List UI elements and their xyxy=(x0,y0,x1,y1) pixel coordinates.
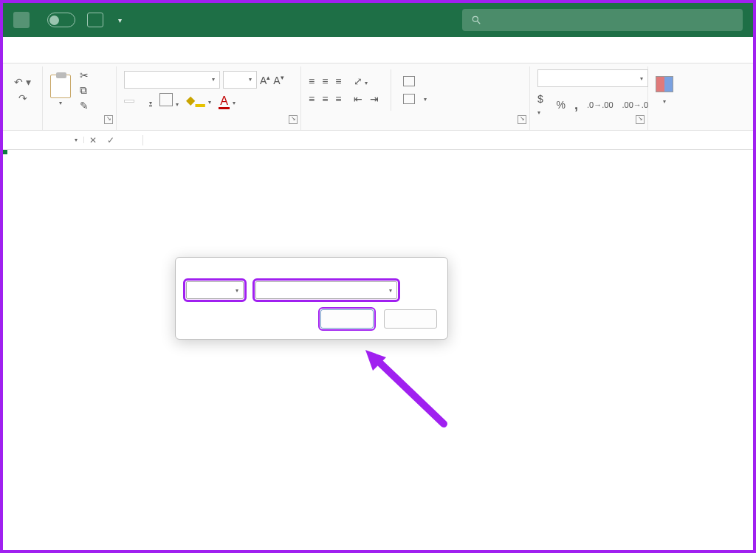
align-left-icon[interactable]: ≡ xyxy=(309,93,315,105)
title-bar: ▾ xyxy=(3,3,753,37)
conditional-formatting-button[interactable]: ▾ xyxy=(656,76,673,105)
chevron-down-icon: ▾ xyxy=(118,16,122,24)
fill-handle[interactable] xyxy=(3,150,7,154)
wrap-text-icon xyxy=(403,76,415,86)
number-format-combo[interactable]: ▾ xyxy=(537,69,648,87)
paste-icon xyxy=(50,75,71,98)
toggle-switch[interactable] xyxy=(47,13,75,27)
svg-line-3 xyxy=(377,360,444,424)
toggle-knob xyxy=(49,16,59,25)
wrap-text-button[interactable] xyxy=(403,76,427,86)
orientation-icon[interactable]: ⤢ ▾ xyxy=(354,75,368,87)
format-painter-icon[interactable]: ✎ xyxy=(80,100,89,111)
increase-indent-icon[interactable]: ⇥ xyxy=(370,93,379,105)
border-button[interactable]: ▾ xyxy=(159,93,179,109)
annotation-arrow xyxy=(362,350,458,442)
fill-color-button[interactable]: ◆▬ ▾ xyxy=(186,93,211,109)
search-input[interactable] xyxy=(462,9,743,31)
search-icon xyxy=(471,15,481,25)
enter-formula-icon[interactable]: ✓ xyxy=(107,135,114,145)
underline-button[interactable]: ▾ xyxy=(149,95,152,108)
align-bottom-icon[interactable]: ≡ xyxy=(335,75,341,87)
dialog-launcher-icon[interactable]: ↘ xyxy=(518,115,526,124)
increase-font-icon[interactable]: A▴ xyxy=(260,74,270,86)
save-icon[interactable] xyxy=(87,13,103,27)
align-middle-icon[interactable]: ≡ xyxy=(322,75,328,87)
increase-decimal-icon[interactable]: .0→.00 xyxy=(587,100,613,109)
svg-line-1 xyxy=(478,21,481,24)
cancel-button[interactable] xyxy=(384,309,437,329)
paste-button[interactable]: ▾ xyxy=(50,75,71,106)
merge-center-button[interactable]: ▾ xyxy=(403,94,427,104)
format-style-select[interactable]: ▾ xyxy=(255,281,397,299)
dialog-launcher-icon[interactable]: ↘ xyxy=(289,115,298,124)
align-center-icon[interactable]: ≡ xyxy=(322,93,328,105)
accounting-format-icon[interactable]: $ ▾ xyxy=(537,93,548,117)
comma-format-icon[interactable]: , xyxy=(574,97,578,113)
merge-icon xyxy=(403,94,415,104)
duplicate-type-select[interactable]: ▾ xyxy=(186,281,244,299)
decrease-font-icon[interactable]: A▾ xyxy=(273,74,284,86)
align-top-icon[interactable]: ≡ xyxy=(309,75,315,87)
svg-point-0 xyxy=(472,16,478,21)
name-box[interactable]: ▾ xyxy=(3,137,84,143)
cancel-formula-icon[interactable]: ✕ xyxy=(89,135,97,145)
dialog-launcher-icon[interactable]: ↘ xyxy=(636,115,645,124)
autosave-toggle[interactable] xyxy=(41,13,75,27)
bold-button[interactable] xyxy=(124,100,134,103)
conditional-formatting-icon xyxy=(656,76,673,92)
font-family-combo[interactable]: ▾ xyxy=(124,71,220,89)
cut-icon[interactable]: ✂ xyxy=(80,69,89,81)
redo-icon[interactable]: ↷ xyxy=(18,92,27,104)
formula-bar: ▾ ✕ ✓ xyxy=(3,131,753,150)
percent-format-icon[interactable]: % xyxy=(557,99,566,111)
copy-icon[interactable]: ⧉ xyxy=(80,84,89,97)
document-title[interactable]: ▾ xyxy=(115,16,122,24)
ok-button[interactable] xyxy=(320,309,374,329)
dialog-launcher-icon[interactable]: ↘ xyxy=(104,115,113,124)
ribbon-tabs xyxy=(3,37,753,63)
align-right-icon[interactable]: ≡ xyxy=(335,93,341,105)
decrease-decimal-icon[interactable]: .00→.0 xyxy=(622,100,648,109)
font-size-combo[interactable]: ▾ xyxy=(223,71,257,89)
duplicate-values-dialog: ▾ ▾ xyxy=(175,257,448,340)
decrease-indent-icon[interactable]: ⇤ xyxy=(354,93,362,105)
undo-icon[interactable]: ↶ ▾ xyxy=(14,76,31,88)
ribbon: ↶ ▾ ↷ ▾ ✂ ⧉ ✎ ↘ xyxy=(3,63,753,131)
group-label-undo xyxy=(10,111,35,127)
font-color-button[interactable]: A ▾ xyxy=(219,95,236,108)
app-icon xyxy=(13,12,30,28)
